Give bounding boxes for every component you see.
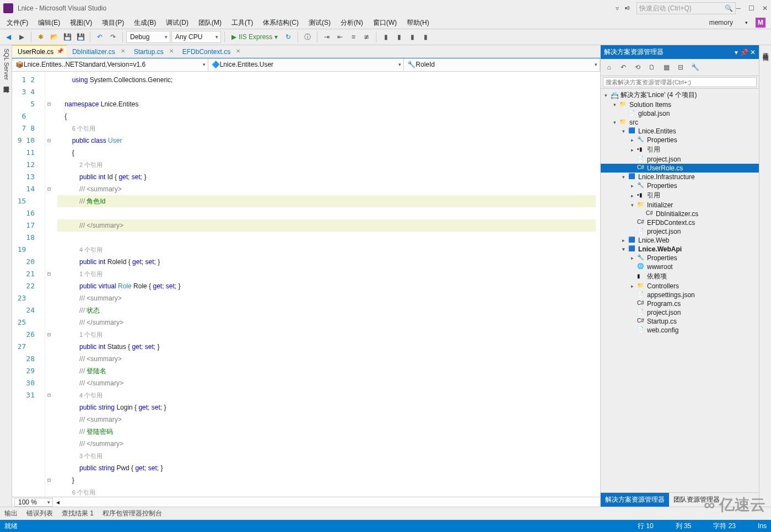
zoom-combo[interactable]: 100 %	[14, 498, 53, 507]
tab-DbInitializer.cs[interactable]: DbInitializer.cs✕	[67, 46, 128, 58]
fold-column[interactable]: ⊟ ⊟ ⊟ ⊟ ⊟ ⊟ ⊟ ⊟	[45, 72, 53, 497]
menu-帮助(H)[interactable]: 帮助(H)	[402, 17, 434, 29]
menu-编辑(E)[interactable]: 编辑(E)	[34, 17, 64, 29]
solution-explorer-search[interactable]	[601, 76, 759, 89]
tree-item-project.json[interactable]: 📄project.json	[601, 308, 759, 317]
tree-item-EFDbContext.cs[interactable]: C#EFDbContext.cs	[601, 218, 759, 227]
menu-窗口(W)[interactable]: 窗口(W)	[369, 17, 401, 29]
bookmark2-button[interactable]: ▮	[393, 31, 405, 43]
se-home-icon[interactable]: ⌂	[603, 61, 615, 73]
tree-item-global.json[interactable]: 📄global.json	[601, 109, 759, 118]
bookmark-button[interactable]: ▮	[380, 31, 392, 43]
tree-item-UserRole.cs[interactable]: C#UserRole.cs	[601, 164, 759, 173]
platform-combo[interactable]: Any CPU	[171, 31, 221, 43]
tree-item-Lnice.Infrastructure[interactable]: ▾🟦Lnice.Infrastructure	[601, 173, 759, 181]
nav-project-combo[interactable]: 📦 Lnice.Entites..NETStandard,Version=v1.…	[12, 58, 208, 71]
tree-item-project.json[interactable]: 📄project.json	[601, 227, 759, 236]
uncomment-button[interactable]: ≢	[360, 31, 373, 43]
tree-item-引用[interactable]: ▸•▮引用	[601, 144, 759, 155]
feedback-icon[interactable]: 🕫	[624, 4, 631, 12]
maximize-button[interactable]: ☐	[748, 4, 754, 12]
tree-item-appsettings.json[interactable]: 📄appsettings.json	[601, 291, 759, 299]
menu-工具(T)[interactable]: 工具(T)	[227, 17, 257, 29]
nav-fwd-button[interactable]: ▶	[15, 31, 28, 43]
right-vertical-tab[interactable]: 诊断工具 属性	[759, 45, 771, 507]
tree-item-Properties[interactable]: ▸🔧Properties	[601, 181, 759, 190]
se-collapse-icon[interactable]: ⊟	[675, 61, 687, 73]
pane-dropdown-icon[interactable]: ▾	[735, 49, 738, 56]
menu-生成(B)[interactable]: 生成(B)	[130, 17, 160, 29]
nav-back-button[interactable]: ◀	[2, 31, 14, 43]
solution-root[interactable]: ▾📇解决方案'Lnice' (4 个项目)	[601, 90, 759, 100]
menu-测试(S)[interactable]: 测试(S)	[304, 17, 335, 29]
pane-tab-解决方案资源管理器[interactable]: 解决方案资源管理器	[601, 493, 669, 507]
solution-tree[interactable]: ▾📇解决方案'Lnice' (4 个项目) ▾📁Solution Items📄g…	[601, 89, 759, 492]
code-content[interactable]: using System.Collections.Generic; namesp…	[53, 72, 600, 497]
tree-item-web.config[interactable]: 📄web.config	[601, 326, 759, 335]
account-menu[interactable]: memory ▾ M	[702, 17, 769, 29]
menu-视图(V)[interactable]: 视图(V)	[66, 17, 96, 29]
tree-item-Lnice.Entites[interactable]: ▾🟦Lnice.Entites	[601, 127, 759, 136]
undo-button[interactable]: ↶	[94, 31, 106, 43]
menu-分析(N)[interactable]: 分析(N)	[336, 17, 368, 29]
tree-item-Properties[interactable]: ▸🔧Properties	[601, 254, 759, 262]
tree-item-DbInitializer.cs[interactable]: C#DbInitializer.cs	[601, 209, 759, 218]
tree-item-依赖项[interactable]: ▮依赖项	[601, 271, 759, 282]
tree-item-Solution Items[interactable]: ▾📁Solution Items	[601, 100, 759, 109]
minimize-button[interactable]: ─	[736, 4, 741, 12]
run-button[interactable]: ▶ IIS Express ▾	[228, 33, 281, 41]
tree-item-Properties[interactable]: ▸🔧Properties	[601, 136, 759, 144]
tree-item-Initializer[interactable]: ▾📁Initializer	[601, 201, 759, 209]
new-project-button[interactable]: ✱	[35, 31, 47, 43]
browser-link-button[interactable]: ↻	[282, 31, 294, 43]
tree-item-wwwroot[interactable]: 🌐wwwroot	[601, 262, 759, 271]
outdent-button[interactable]: ⇤	[334, 31, 346, 43]
bookmark3-button[interactable]: ▮	[406, 31, 418, 43]
save-button[interactable]: 💾	[61, 31, 73, 43]
se-back-icon[interactable]: ↶	[617, 61, 629, 73]
output-tab-查找结果 1[interactable]: 查找结果 1	[62, 509, 94, 518]
tool-icon-1[interactable]: ⓘ	[301, 31, 314, 43]
tree-item-Lnice.Web[interactable]: ▸🟦Lnice.Web	[601, 236, 759, 245]
open-file-button[interactable]: 📂	[48, 31, 60, 43]
pin-icon[interactable]: 📌	[740, 49, 748, 56]
tree-item-Program.cs[interactable]: C#Program.cs	[601, 299, 759, 308]
tree-item-Lnice.WebApi[interactable]: ▾🟦Lnice.WebApi	[601, 245, 759, 254]
menu-项目(P)[interactable]: 项目(P)	[98, 17, 128, 29]
menu-体系结构(C)[interactable]: 体系结构(C)	[258, 17, 303, 29]
close-button[interactable]: ✕	[762, 4, 768, 12]
redo-button[interactable]: ↷	[107, 31, 119, 43]
se-sync-icon[interactable]: ⟲	[632, 61, 644, 73]
config-combo[interactable]: Debug	[126, 31, 170, 43]
notification-icon[interactable]: ▿	[616, 4, 619, 12]
tree-item-引用[interactable]: ▸•▮引用	[601, 190, 759, 201]
tree-item-Controllers[interactable]: ▸📁Controllers	[601, 282, 759, 291]
tab-EFDbContext.cs[interactable]: EFDbContext.cs✕	[177, 46, 244, 58]
tab-UserRole.cs[interactable]: UserRole.cs📌	[12, 45, 67, 58]
output-tab-错误列表[interactable]: 错误列表	[26, 509, 53, 518]
se-showall-icon[interactable]: ▦	[660, 61, 672, 73]
tab-Startup.cs[interactable]: Startup.cs✕	[128, 46, 177, 58]
nav-class-combo[interactable]: 🔷 Lnice.Entites.User	[208, 58, 405, 71]
tree-item-project.json[interactable]: 📄project.json	[601, 155, 759, 164]
se-refresh-icon[interactable]: 🗋	[646, 61, 658, 73]
se-search-input[interactable]	[603, 77, 757, 87]
left-vertical-tab[interactable]: SQL Server 对象资源管理器	[0, 45, 12, 507]
pane-close-icon[interactable]: ✕	[750, 49, 756, 56]
nav-member-combo[interactable]: 🔧 RoleId	[404, 58, 600, 71]
output-tab-程序包管理器控制台[interactable]: 程序包管理器控制台	[103, 509, 162, 518]
quick-launch-input[interactable]: 快速启动 (Ctrl+Q) 🔍	[637, 2, 736, 14]
indent-button[interactable]: ⇥	[321, 31, 333, 43]
save-all-button[interactable]: 💾	[74, 31, 87, 43]
comment-button[interactable]: ≡	[347, 31, 359, 43]
menu-文件(F)[interactable]: 文件(F)	[2, 17, 33, 29]
tree-item-Startup.cs[interactable]: C#Startup.cs	[601, 317, 759, 326]
code-editor[interactable]: 1 2 3 4 5 6 7 8 9 10 11 12 13 14 15 16 1…	[12, 72, 600, 497]
menu-调试(D)[interactable]: 调试(D)	[161, 17, 193, 29]
output-tab-输出[interactable]: 输出	[4, 509, 18, 518]
status-ins: Ins	[758, 522, 767, 530]
bookmark4-button[interactable]: ▮	[419, 31, 432, 43]
tree-item-src[interactable]: ▾📁src	[601, 118, 759, 127]
menu-团队(M)[interactable]: 团队(M)	[194, 17, 226, 29]
se-properties-icon[interactable]: 🔧	[689, 61, 701, 73]
